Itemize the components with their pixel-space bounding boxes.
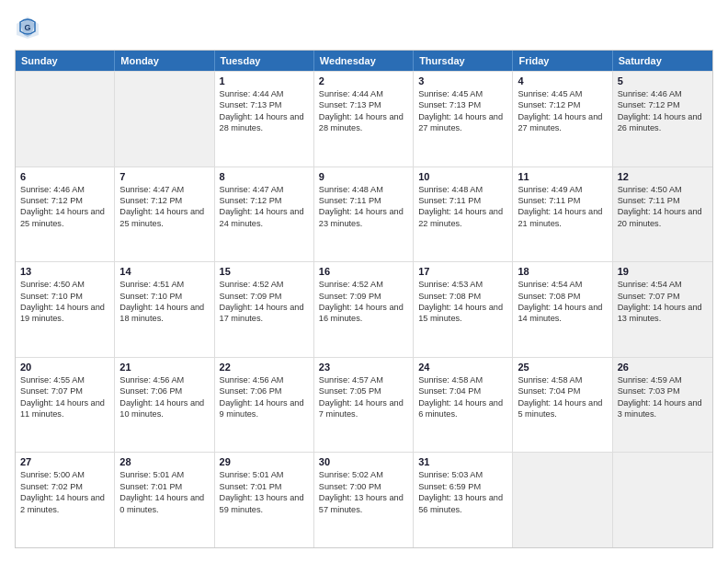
sunrise-text: Sunrise: 4:51 AM [119, 279, 209, 290]
day-number: 18 [518, 266, 607, 277]
sunrise-text: Sunrise: 4:44 AM [319, 88, 408, 99]
daylight-text: Daylight: 14 hours and 27 minutes. [418, 111, 507, 134]
sunrise-text: Sunrise: 4:47 AM [119, 184, 209, 195]
sunset-text: Sunset: 7:04 PM [518, 385, 607, 396]
calendar-cell: 7Sunrise: 4:47 AMSunset: 7:12 PMDaylight… [115, 167, 214, 262]
day-number: 23 [319, 362, 408, 373]
calendar-cell: 1Sunrise: 4:44 AMSunset: 7:13 PMDaylight… [215, 72, 314, 167]
calendar-cell: 26Sunrise: 4:59 AMSunset: 7:03 PMDayligh… [613, 358, 712, 453]
sunset-text: Sunset: 7:11 PM [319, 195, 408, 206]
calendar-cell: 20Sunrise: 4:55 AMSunset: 7:07 PMDayligh… [16, 358, 115, 453]
calendar-cell: 3Sunrise: 4:45 AMSunset: 7:13 PMDaylight… [414, 72, 513, 167]
calendar-cell: 25Sunrise: 4:58 AMSunset: 7:04 PMDayligh… [513, 358, 612, 453]
sunset-text: Sunset: 7:12 PM [20, 195, 109, 206]
daylight-text: Daylight: 14 hours and 25 minutes. [119, 206, 209, 229]
sunrise-text: Sunrise: 4:56 AM [119, 374, 209, 385]
day-number: 11 [518, 171, 607, 182]
sunrise-text: Sunrise: 4:45 AM [518, 88, 607, 99]
day-number: 1 [220, 75, 309, 86]
calendar-cell: 31Sunrise: 5:03 AMSunset: 6:59 PMDayligh… [414, 453, 513, 547]
day-number: 4 [518, 75, 607, 86]
day-number: 22 [220, 362, 309, 373]
sunset-text: Sunset: 7:09 PM [319, 291, 408, 302]
sunset-text: Sunset: 7:05 PM [319, 385, 408, 396]
day-number: 24 [418, 362, 507, 373]
daylight-text: Daylight: 14 hours and 15 minutes. [418, 302, 507, 325]
sunrise-text: Sunrise: 5:01 AM [119, 469, 209, 480]
day-number: 3 [418, 75, 507, 86]
day-number: 28 [119, 456, 209, 467]
header-day-tuesday: Tuesday [215, 51, 314, 71]
daylight-text: Daylight: 14 hours and 18 minutes. [119, 302, 209, 325]
calendar-cell: 21Sunrise: 4:56 AMSunset: 7:06 PMDayligh… [115, 358, 214, 453]
header: G [15, 15, 713, 40]
sunset-text: Sunset: 6:59 PM [418, 481, 507, 492]
daylight-text: Daylight: 14 hours and 2 minutes. [20, 492, 109, 515]
sunrise-text: Sunrise: 4:50 AM [618, 184, 708, 195]
svg-text:G: G [24, 23, 30, 32]
day-number: 7 [119, 171, 209, 182]
sunset-text: Sunset: 7:07 PM [618, 291, 708, 302]
sunset-text: Sunset: 7:12 PM [119, 195, 209, 206]
header-day-friday: Friday [513, 51, 612, 71]
calendar-cell: 14Sunrise: 4:51 AMSunset: 7:10 PMDayligh… [115, 262, 214, 357]
daylight-text: Daylight: 14 hours and 28 minutes. [220, 111, 309, 134]
calendar-week-2: 6Sunrise: 4:46 AMSunset: 7:12 PMDaylight… [16, 167, 712, 262]
sunrise-text: Sunrise: 4:46 AM [618, 88, 708, 99]
daylight-text: Daylight: 14 hours and 22 minutes. [418, 206, 507, 229]
day-number: 29 [220, 456, 309, 467]
sunset-text: Sunset: 7:00 PM [319, 481, 408, 492]
daylight-text: Daylight: 14 hours and 19 minutes. [20, 302, 109, 325]
sunrise-text: Sunrise: 4:58 AM [418, 374, 507, 385]
day-number: 20 [20, 362, 109, 373]
sunrise-text: Sunrise: 4:46 AM [20, 184, 109, 195]
page: G SundayMondayTuesdayWednesdayThursdayFr… [0, 0, 728, 563]
calendar-body: 1Sunrise: 4:44 AMSunset: 7:13 PMDaylight… [16, 71, 712, 547]
calendar-cell: 6Sunrise: 4:46 AMSunset: 7:12 PMDaylight… [16, 167, 115, 262]
sunrise-text: Sunrise: 4:58 AM [518, 374, 607, 385]
calendar-cell: 4Sunrise: 4:45 AMSunset: 7:12 PMDaylight… [513, 72, 612, 167]
daylight-text: Daylight: 14 hours and 25 minutes. [20, 206, 109, 229]
sunset-text: Sunset: 7:12 PM [518, 99, 607, 110]
daylight-text: Daylight: 14 hours and 11 minutes. [20, 397, 109, 420]
sunrise-text: Sunrise: 4:56 AM [220, 374, 309, 385]
calendar-cell: 15Sunrise: 4:52 AMSunset: 7:09 PMDayligh… [215, 262, 314, 357]
sunset-text: Sunset: 7:11 PM [618, 195, 708, 206]
calendar-cell [513, 453, 612, 547]
calendar-cell: 24Sunrise: 4:58 AMSunset: 7:04 PMDayligh… [414, 358, 513, 453]
calendar: SundayMondayTuesdayWednesdayThursdayFrid… [15, 50, 713, 548]
day-number: 10 [418, 171, 507, 182]
sunrise-text: Sunrise: 4:48 AM [319, 184, 408, 195]
daylight-text: Daylight: 14 hours and 5 minutes. [518, 397, 607, 420]
day-number: 17 [418, 266, 507, 277]
sunset-text: Sunset: 7:06 PM [220, 385, 309, 396]
sunrise-text: Sunrise: 4:57 AM [319, 374, 408, 385]
sunrise-text: Sunrise: 5:00 AM [20, 469, 109, 480]
calendar-cell [115, 72, 214, 167]
logo: G [15, 15, 44, 40]
daylight-text: Daylight: 14 hours and 6 minutes. [418, 397, 507, 420]
sunrise-text: Sunrise: 4:45 AM [418, 88, 507, 99]
calendar-cell: 18Sunrise: 4:54 AMSunset: 7:08 PMDayligh… [513, 262, 612, 357]
sunrise-text: Sunrise: 4:55 AM [20, 374, 109, 385]
daylight-text: Daylight: 13 hours and 57 minutes. [319, 492, 408, 515]
calendar-cell [613, 453, 712, 547]
sunset-text: Sunset: 7:06 PM [119, 385, 209, 396]
sunrise-text: Sunrise: 5:01 AM [220, 469, 309, 480]
sunset-text: Sunset: 7:01 PM [220, 481, 309, 492]
calendar-cell: 5Sunrise: 4:46 AMSunset: 7:12 PMDaylight… [613, 72, 712, 167]
sunrise-text: Sunrise: 4:50 AM [20, 279, 109, 290]
sunset-text: Sunset: 7:01 PM [119, 481, 209, 492]
calendar-header: SundayMondayTuesdayWednesdayThursdayFrid… [16, 51, 712, 71]
daylight-text: Daylight: 14 hours and 17 minutes. [220, 302, 309, 325]
day-number: 8 [220, 171, 309, 182]
calendar-cell: 11Sunrise: 4:49 AMSunset: 7:11 PMDayligh… [513, 167, 612, 262]
day-number: 15 [220, 266, 309, 277]
calendar-cell: 13Sunrise: 4:50 AMSunset: 7:10 PMDayligh… [16, 262, 115, 357]
daylight-text: Daylight: 14 hours and 14 minutes. [518, 302, 607, 325]
day-number: 25 [518, 362, 607, 373]
daylight-text: Daylight: 14 hours and 23 minutes. [319, 206, 408, 229]
daylight-text: Daylight: 14 hours and 24 minutes. [220, 206, 309, 229]
day-number: 26 [618, 362, 708, 373]
calendar-week-1: 1Sunrise: 4:44 AMSunset: 7:13 PMDaylight… [16, 71, 712, 167]
